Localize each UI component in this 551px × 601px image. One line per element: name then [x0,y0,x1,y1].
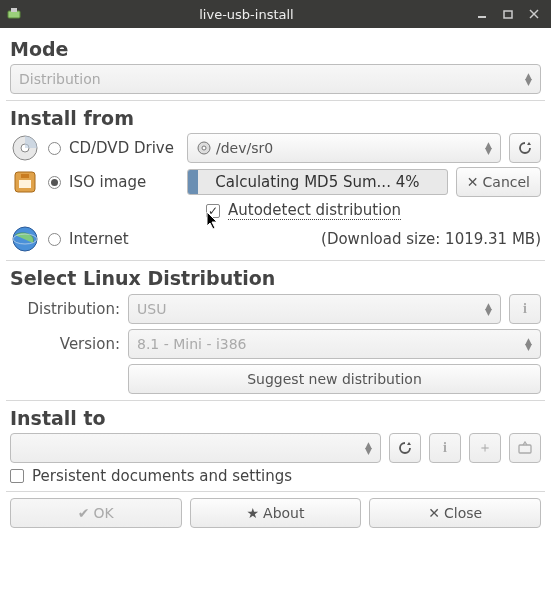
close-icon: ✕ [467,174,479,190]
cd-device-value: /dev/sr0 [216,140,273,156]
ver-label: Version: [10,335,120,353]
about-label: About [263,505,304,521]
install-to-heading: Install to [10,407,541,429]
refresh-icon [517,140,533,156]
ok-label: OK [94,505,114,521]
about-button[interactable]: ★ About [190,498,362,528]
svg-rect-12 [21,174,29,178]
radio-iso[interactable] [48,176,61,189]
svg-point-9 [202,146,206,150]
close-button[interactable]: ✕ Close [369,498,541,528]
svg-rect-11 [19,180,31,188]
spinner-icon: ▲▼ [485,142,492,154]
radio-cd[interactable] [48,142,61,155]
cd-device-combo[interactable]: /dev/sr0 ▲▼ [187,133,501,163]
minimize-button[interactable] [473,5,491,23]
dist-combo[interactable]: USU ▲▼ [128,294,501,324]
folder-up-icon [517,441,533,455]
cancel-button[interactable]: ✕ Cancel [456,167,541,197]
mode-heading: Mode [10,38,541,60]
mode-combo[interactable]: Distribution ▲▼ [10,64,541,94]
cd-icon [10,133,40,163]
md5-progress: Calculating MD5 Sum... 4% [187,169,448,195]
target-combo[interactable]: ▲▼ [10,433,381,463]
divider [6,491,545,492]
version-combo[interactable]: 8.1 - Mini - i386 ▲▼ [128,329,541,359]
internet-icon [10,224,40,254]
version-value: 8.1 - Mini - i386 [137,336,247,352]
target-add-button[interactable]: ＋ [469,433,501,463]
close-label: Close [444,505,482,521]
iso-icon [10,167,40,197]
svg-rect-1 [11,8,17,12]
svg-rect-15 [519,445,531,453]
svg-rect-3 [504,11,512,18]
app-icon [0,6,28,22]
plus-icon: ＋ [478,439,492,457]
spinner-icon: ▲▼ [525,73,532,85]
star-icon: ★ [247,505,260,521]
dist-label: Distribution: [10,300,120,318]
cd-label: CD/DVD Drive [69,139,179,157]
spinner-icon: ▲▼ [525,338,532,350]
radio-internet[interactable] [48,233,61,246]
close-window-button[interactable] [525,5,543,23]
refresh-icon [397,440,413,456]
divider [6,260,545,261]
divider [6,100,545,101]
check-icon: ✔ [78,505,90,521]
dist-info-button[interactable]: i [509,294,541,324]
progress-text: Calculating MD5 Sum... 4% [215,173,419,191]
target-info-button[interactable]: i [429,433,461,463]
window-titlebar: live-usb-install [0,0,551,28]
cancel-label: Cancel [483,174,530,190]
svg-rect-0 [8,11,20,18]
mode-value: Distribution [19,71,101,87]
suggest-label: Suggest new distribution [247,371,422,387]
suggest-dist-button[interactable]: Suggest new distribution [128,364,541,394]
ok-button[interactable]: ✔ OK [10,498,182,528]
divider [6,400,545,401]
close-icon: ✕ [428,505,440,521]
refresh-target-button[interactable] [389,433,421,463]
info-icon: i [523,301,527,317]
select-dist-heading: Select Linux Distribution [10,267,541,289]
spinner-icon: ▲▼ [485,303,492,315]
maximize-button[interactable] [499,5,517,23]
download-size: (Download size: 1019.31 MB) [187,230,541,248]
autodetect-checkbox[interactable] [206,204,220,218]
spinner-icon: ▲▼ [365,442,372,454]
persistent-label: Persistent documents and settings [32,467,292,485]
persistent-checkbox[interactable] [10,469,24,483]
refresh-cd-button[interactable] [509,133,541,163]
progress-fill [188,170,198,194]
disc-small-icon [196,140,212,156]
install-from-heading: Install from [10,107,541,129]
window-title: live-usb-install [28,7,465,22]
info-icon: i [443,440,447,456]
iso-label: ISO image [69,173,179,191]
internet-label: Internet [69,230,179,248]
target-open-button[interactable] [509,433,541,463]
autodetect-label: Autodetect distribution [228,201,401,220]
dist-value: USU [137,301,166,317]
